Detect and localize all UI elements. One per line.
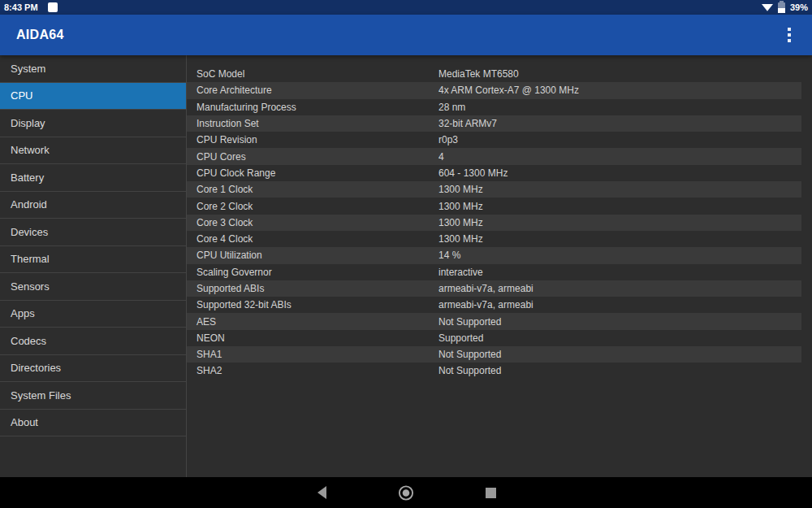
info-row: Supported ABIs armeabi-v7a, armeabi bbox=[187, 280, 801, 297]
info-row-value: interactive bbox=[438, 267, 801, 278]
sidebar-item-label: Display bbox=[11, 117, 45, 129]
back-icon bbox=[316, 486, 327, 499]
android-nav-bar bbox=[0, 477, 812, 508]
info-row: Scaling Governor interactive bbox=[187, 264, 801, 280]
sidebar: System CPU Display Network Battery bbox=[0, 55, 187, 477]
sidebar-item[interactable]: Display bbox=[0, 110, 186, 137]
info-row-label: CPU Revision bbox=[187, 134, 438, 145]
sidebar-item-label: Network bbox=[11, 144, 50, 156]
device-screen: 8:43 PM 39% AIDA64 System bbox=[0, 0, 812, 508]
sidebar-item-label: System bbox=[11, 63, 45, 75]
kebab-dot bbox=[788, 39, 791, 42]
info-row: Core 1 Clock 1300 MHz bbox=[187, 181, 801, 198]
info-row-label: Core 3 Clock bbox=[187, 217, 438, 228]
sidebar-item-label: System Files bbox=[11, 389, 71, 402]
sidebar-item[interactable]: Android bbox=[0, 192, 186, 219]
sidebar-item-label: CPU bbox=[11, 89, 32, 102]
info-row: CPU Revision r0p3 bbox=[187, 132, 801, 148]
info-row-label: SHA1 bbox=[187, 349, 438, 360]
kebab-dot bbox=[788, 28, 791, 31]
info-row-value: Supported bbox=[438, 332, 801, 344]
sidebar-item-label: Directories bbox=[11, 362, 61, 374]
info-row-value: 1300 MHz bbox=[438, 233, 801, 245]
info-row: Core 2 Clock 1300 MHz bbox=[187, 198, 801, 214]
info-row-value: MediaTek MT6580 bbox=[438, 68, 801, 80]
info-row: NEON Supported bbox=[187, 330, 801, 346]
info-row-value: armeabi-v7a, armeabi bbox=[438, 283, 801, 294]
info-row-label: Core 1 Clock bbox=[187, 184, 438, 195]
back-button[interactable] bbox=[313, 484, 330, 501]
info-row-value: 1300 MHz bbox=[438, 201, 801, 212]
sidebar-item[interactable]: Directories bbox=[0, 355, 186, 383]
screenshot-notification-icon bbox=[48, 2, 58, 12]
info-row-value: 32-bit ARMv7 bbox=[438, 118, 801, 129]
sidebar-item-label: Battery bbox=[11, 172, 44, 184]
info-row-value: 604 - 1300 MHz bbox=[438, 167, 801, 179]
app-bar: AIDA64 bbox=[0, 15, 812, 55]
sidebar-item[interactable]: Devices bbox=[0, 219, 186, 246]
info-row: CPU Clock Range 604 - 1300 MHz bbox=[187, 165, 801, 181]
battery-icon bbox=[778, 2, 785, 13]
info-row-value: 28 nm bbox=[438, 102, 801, 113]
status-bar-left: 8:43 PM bbox=[4, 2, 58, 12]
info-row-value: Not Supported bbox=[438, 349, 801, 360]
wifi-icon bbox=[762, 2, 773, 12]
info-row-value: Not Supported bbox=[438, 365, 801, 376]
info-row-label: CPU Cores bbox=[187, 151, 438, 163]
info-row-value: r0p3 bbox=[438, 134, 801, 145]
sidebar-item-label: Apps bbox=[11, 307, 35, 319]
info-row-label: Supported 32-bit ABIs bbox=[187, 299, 438, 310]
info-row-value: 1300 MHz bbox=[438, 184, 801, 195]
info-row: Supported 32-bit ABIs armeabi-v7a, armea… bbox=[187, 297, 801, 313]
info-row-value: 14 % bbox=[438, 250, 801, 261]
sidebar-item-label: Thermal bbox=[11, 253, 50, 265]
info-row-value: 1300 MHz bbox=[438, 217, 801, 228]
sidebar-item[interactable]: Sensors bbox=[0, 273, 186, 301]
recents-icon bbox=[486, 488, 496, 498]
battery-percent-text: 39% bbox=[790, 2, 808, 12]
home-button[interactable] bbox=[398, 484, 414, 501]
sidebar-item[interactable]: Network bbox=[0, 137, 186, 165]
info-row-label: AES bbox=[187, 316, 438, 328]
overflow-menu-button[interactable] bbox=[781, 23, 797, 47]
info-row-label: CPU Utilization bbox=[187, 250, 438, 261]
info-row-label: CPU Clock Range bbox=[187, 167, 438, 179]
info-row: Core 3 Clock 1300 MHz bbox=[187, 215, 801, 231]
status-bar-right: 39% bbox=[762, 2, 808, 13]
info-row-value: Not Supported bbox=[438, 316, 801, 328]
kebab-dot bbox=[788, 33, 791, 37]
sidebar-item-label: Android bbox=[11, 198, 47, 211]
recents-button[interactable] bbox=[482, 484, 499, 501]
info-row-label: Manufacturing Process bbox=[187, 102, 438, 113]
app-title: AIDA64 bbox=[16, 28, 64, 42]
sidebar-item[interactable]: Codecs bbox=[0, 328, 186, 355]
info-row: Core 4 Clock 1300 MHz bbox=[187, 231, 801, 247]
info-row-value: armeabi-v7a, armeabi bbox=[438, 299, 801, 310]
info-row-label: Supported ABIs bbox=[187, 283, 438, 294]
info-row: SoC Model MediaTek MT6580 bbox=[187, 66, 801, 82]
info-row-label: Core Architecture bbox=[187, 85, 438, 96]
sidebar-item[interactable]: Battery bbox=[0, 164, 186, 192]
sidebar-item[interactable]: System bbox=[0, 55, 186, 83]
info-row-label: Core 4 Clock bbox=[187, 233, 438, 245]
info-row-value: 4 bbox=[438, 151, 801, 163]
sidebar-item[interactable]: System Files bbox=[0, 382, 186, 410]
info-row-label: Scaling Governor bbox=[187, 267, 438, 278]
info-row-label: NEON bbox=[187, 332, 438, 344]
sidebar-item-label: About bbox=[11, 416, 38, 428]
info-row: Manufacturing Process 28 nm bbox=[187, 99, 801, 115]
info-row-label: Instruction Set bbox=[187, 118, 438, 129]
home-icon bbox=[398, 484, 414, 501]
info-row: Core Architecture 4x ARM Cortex-A7 @ 130… bbox=[187, 82, 801, 98]
info-row: Instruction Set 32-bit ARMv7 bbox=[187, 115, 801, 132]
sidebar-item-label: Sensors bbox=[11, 280, 50, 293]
info-row: SHA2 Not Supported bbox=[187, 363, 801, 379]
info-row: AES Not Supported bbox=[187, 313, 801, 329]
info-row-label: Core 2 Clock bbox=[187, 201, 438, 212]
info-row-label: SHA2 bbox=[187, 365, 438, 376]
clock-text: 8:43 PM bbox=[4, 2, 38, 12]
sidebar-item[interactable]: Thermal bbox=[0, 246, 186, 274]
sidebar-item[interactable]: CPU bbox=[0, 83, 186, 111]
sidebar-item[interactable]: Apps bbox=[0, 301, 186, 328]
sidebar-item[interactable]: About bbox=[0, 410, 186, 437]
